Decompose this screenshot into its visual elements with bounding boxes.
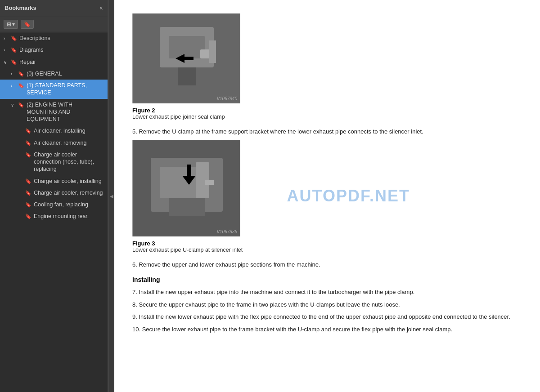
- figure-2: V1067940 Figure 2 Lower exhaust pipe joi…: [132, 13, 522, 120]
- sidebar-item-charge-air-cooler-installing[interactable]: 🔖Charge air cooler, installing: [0, 175, 108, 187]
- step-6: 6. Remove the upper and lower exhaust pi…: [132, 260, 522, 269]
- sidebar-item-charge-air-cooler-removing[interactable]: 🔖Charge air cooler, removing: [0, 187, 108, 199]
- svg-rect-2: [169, 36, 205, 58]
- expand-arrow-icon: ›: [4, 36, 9, 41]
- step-10-before: 10. Secure the: [132, 326, 172, 333]
- step-9-text: 9. Install the new lower exhaust pipe wi…: [132, 312, 522, 321]
- figure-2-title: Figure 2: [132, 107, 522, 114]
- bookmark-icon: 🔖: [25, 190, 32, 196]
- sidebar-item-descriptions[interactable]: ›🔖Descriptions: [0, 32, 108, 44]
- close-button[interactable]: ×: [99, 5, 103, 11]
- bookmark-icon: 🔖: [11, 47, 17, 53]
- sidebar-item-standard-parts[interactable]: ›🔖(1) STANDARD PARTS, SERVICE: [0, 80, 108, 99]
- figure-3-image: V1067836: [132, 140, 240, 236]
- figure-3-title: Figure 3: [132, 240, 522, 247]
- sidebar-item-general[interactable]: ›🔖(0) GENERAL: [0, 68, 108, 80]
- view-icon: ⊞: [7, 21, 11, 27]
- sidebar-title: Bookmarks: [4, 4, 36, 11]
- step-10-after: clamp.: [433, 326, 452, 333]
- sidebar-item-label: Cooling fan, replacing: [34, 201, 104, 208]
- expand-arrow-icon: ›: [11, 83, 16, 89]
- main-content: AUTOPDF.NET V1067940 Figure 2 Lower exha…: [114, 0, 540, 392]
- sidebar-item-label: Charge air cooler, removing: [34, 189, 104, 196]
- sidebar-item-label: Repair: [19, 58, 104, 66]
- bookmark-icon: 🔖: [18, 102, 24, 108]
- step-5: 5. Remove the U-clamp at the frame suppo…: [132, 127, 522, 136]
- sidebar-item-label: Descriptions: [19, 35, 104, 42]
- bookmark-icon: 🔖: [24, 21, 31, 27]
- step-10-middle: to the frame bracket with the U-clamp an…: [221, 326, 407, 333]
- bookmark-icon: 🔖: [25, 201, 32, 208]
- bookmark-icon: 🔖: [25, 140, 32, 146]
- sidebar-item-charge-air-cooler-connection[interactable]: 🔖Charge air cooler connection (hose, tub…: [0, 149, 108, 175]
- step-5-text: 5. Remove the U-clamp at the frame suppo…: [132, 127, 522, 136]
- chevron-left-icon: ◀: [110, 194, 113, 199]
- step-9: 9. Install the new lower exhaust pipe wi…: [132, 312, 522, 321]
- sidebar-item-label: Charge air cooler connection (hose, tube…: [34, 151, 104, 173]
- sidebar: Bookmarks × ⊞ ▾ 🔖 ›🔖Descriptions›🔖Diagra…: [0, 0, 108, 392]
- expand-arrow-icon: ∨: [4, 59, 9, 65]
- sidebar-item-diagrams[interactable]: ›🔖Diagrams: [0, 44, 108, 56]
- bookmark-icon: 🔖: [18, 71, 24, 77]
- bookmark-icon: 🔖: [25, 213, 32, 219]
- sidebar-item-label: (0) GENERAL: [27, 70, 104, 77]
- sidebar-item-label: (2) ENGINE WITH MOUNTING AND EQUIPMENT: [27, 101, 104, 123]
- installing-heading: Installing: [132, 276, 522, 283]
- sidebar-item-label: (1) STANDARD PARTS, SERVICE: [27, 82, 104, 97]
- bookmark-button[interactable]: 🔖: [21, 20, 34, 29]
- sidebar-item-engine-mounting-rear[interactable]: 🔖Engine mounting rear,: [0, 210, 108, 222]
- figure-3-label: V1067836: [216, 229, 237, 234]
- sidebar-item-repair[interactable]: ∨🔖Repair: [0, 56, 108, 68]
- step-7-text: 7. Install the new upper exhaust pipe in…: [132, 288, 522, 297]
- step-10-underline2: joiner seal: [407, 326, 433, 333]
- bookmark-icon: 🔖: [11, 35, 17, 41]
- step-8: 8. Secure the upper exhaust pipe to the …: [132, 300, 522, 309]
- sidebar-item-label: Air cleaner, removing: [34, 139, 104, 147]
- sidebar-item-label: Engine mounting rear,: [34, 213, 104, 220]
- bookmark-icon: 🔖: [25, 151, 32, 158]
- svg-rect-5: [209, 40, 216, 63]
- figure-3-description: Lower exhaust pipe U-clamp at silencer i…: [132, 247, 522, 253]
- svg-rect-3: [178, 67, 196, 85]
- expand-arrow-icon: ∨: [11, 102, 16, 108]
- figure-2-description: Lower exhaust pipe joiner seal clamp: [132, 114, 522, 120]
- bookmark-icon: 🔖: [11, 59, 17, 65]
- view-options-button[interactable]: ⊞ ▾: [4, 20, 18, 29]
- bookmark-icon: 🔖: [18, 82, 24, 89]
- step-8-text: 8. Secure the upper exhaust pipe to the …: [132, 300, 522, 309]
- figure-3-caption: Figure 3 Lower exhaust pipe U-clamp at s…: [132, 240, 522, 253]
- figure-2-svg: [133, 13, 240, 103]
- sidebar-item-engine-mounting[interactable]: ∨🔖(2) ENGINE WITH MOUNTING AND EQUIPMENT: [0, 99, 108, 125]
- step-10-underline1: lower exhaust pipe: [172, 326, 220, 333]
- svg-rect-12: [205, 180, 214, 185]
- dropdown-arrow-icon: ▾: [12, 21, 15, 27]
- sidebar-header: Bookmarks ×: [0, 0, 108, 16]
- sidebar-item-cooling-fan-replacing[interactable]: 🔖Cooling fan, replacing: [0, 199, 108, 210]
- sidebar-item-air-cleaner-installing[interactable]: 🔖Air cleaner, installing: [0, 125, 108, 137]
- bookmark-icon: 🔖: [25, 128, 32, 134]
- sidebar-tree: ›🔖Descriptions›🔖Diagrams∨🔖Repair›🔖(0) GE…: [0, 32, 108, 392]
- sidebar-toolbar: ⊞ ▾ 🔖: [0, 16, 108, 32]
- bookmark-icon: 🔖: [25, 178, 32, 184]
- expand-arrow-icon: ›: [11, 71, 16, 77]
- sidebar-item-label: Diagrams: [19, 46, 104, 53]
- step-10-text: 10. Secure the lower exhaust pipe to the…: [132, 325, 522, 334]
- step-7: 7. Install the new upper exhaust pipe in…: [132, 288, 522, 297]
- sidebar-item-air-cleaner-removing[interactable]: 🔖Air cleaner, removing: [0, 137, 108, 149]
- figure-3-svg: [133, 140, 240, 236]
- sidebar-collapse-handle[interactable]: ◀: [108, 0, 114, 392]
- step-6-text: 6. Remove the upper and lower exhaust pi…: [132, 260, 522, 269]
- svg-rect-10: [169, 198, 205, 216]
- figure-2-label: V1067940: [216, 96, 237, 101]
- sidebar-item-label: Air cleaner, installing: [34, 127, 104, 134]
- expand-arrow-icon: ›: [4, 47, 9, 53]
- sidebar-item-label: Charge air cooler, installing: [34, 178, 104, 185]
- figure-2-image: V1067940: [132, 13, 240, 103]
- figure-3: V1067836 Figure 3 Lower exhaust pipe U-c…: [132, 140, 522, 253]
- step-10: 10. Secure the lower exhaust pipe to the…: [132, 325, 522, 334]
- figure-2-caption: Figure 2 Lower exhaust pipe joiner seal …: [132, 107, 522, 120]
